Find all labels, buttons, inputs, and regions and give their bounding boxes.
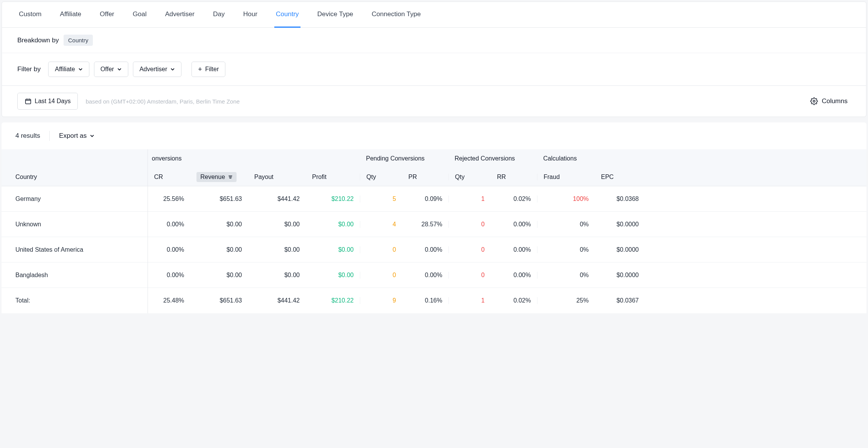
filter-dropdown-affiliate[interactable]: Affiliate <box>48 62 89 77</box>
date-row: Last 14 Days based on (GMT+02:00) Amster… <box>2 86 866 117</box>
breakdown-chip[interactable]: Country <box>64 35 93 46</box>
table-row: 0.00%$0.00$0.00$0.00428.57%00.00%0%$0.00… <box>148 212 866 237</box>
add-filter-button[interactable]: + Filter <box>191 62 225 77</box>
columns-label: Columns <box>822 97 848 105</box>
calendar-icon <box>25 98 32 105</box>
filter-dropdown-offer[interactable]: Offer <box>94 62 128 77</box>
svg-rect-0 <box>25 99 31 104</box>
tab-day[interactable]: Day <box>212 2 226 28</box>
group-header-pending: Pending Conversions <box>360 155 448 162</box>
data-table: Country GermanyUnknownUnited States of A… <box>2 149 866 313</box>
tab-advertiser[interactable]: Advertiser <box>163 2 196 28</box>
country-cell: United States of America <box>2 246 97 253</box>
add-filter-label: Filter <box>205 66 219 73</box>
filter-by-label: Filter by <box>17 65 40 73</box>
results-bar: 4 results Export as <box>2 122 866 149</box>
table-row: 0.00%$0.00$0.00$0.0000.00%00.00%0%$0.000… <box>148 237 866 262</box>
column-header-epc[interactable]: EPC <box>595 174 645 181</box>
divider <box>49 131 50 141</box>
table-row: Germany <box>2 186 148 212</box>
column-header-rr[interactable]: RR <box>491 174 537 181</box>
chevron-down-icon <box>170 67 175 72</box>
tab-connection-type[interactable]: Connection Type <box>370 2 422 28</box>
group-header-calc: Calculations <box>537 155 645 162</box>
total-label: Total: <box>2 297 44 304</box>
table-row: 0.00%$0.00$0.00$0.0000.00%00.00%0%$0.000… <box>148 262 866 288</box>
column-header-pending-qty[interactable]: Qty <box>360 174 402 181</box>
export-button[interactable]: Export as <box>59 132 94 140</box>
table-row: Unknown <box>2 212 148 237</box>
country-cell: Unknown <box>2 221 55 228</box>
date-range-label: Last 14 Days <box>35 98 71 105</box>
chevron-down-icon <box>117 67 122 72</box>
tab-affiliate[interactable]: Affiliate <box>59 2 83 28</box>
tab-offer[interactable]: Offer <box>98 2 116 28</box>
filter-dropdown-advertiser[interactable]: Advertiser <box>133 62 181 77</box>
fixed-column: Country GermanyUnknownUnited States of A… <box>2 149 148 313</box>
column-header-cr[interactable]: CR <box>148 174 190 181</box>
column-header-profit[interactable]: Profit <box>306 174 360 181</box>
scroll-columns: onversions Pending Conversions Rejected … <box>148 149 866 313</box>
table-row: 25.56%$651.63$441.42$210.2250.09%10.02%1… <box>148 186 866 212</box>
results-count: 4 results <box>15 132 40 140</box>
sort-desc-icon <box>228 175 233 179</box>
tab-device-type[interactable]: Device Type <box>316 2 355 28</box>
gear-icon <box>810 97 818 105</box>
date-range-button[interactable]: Last 14 Days <box>17 93 78 110</box>
chevron-down-icon <box>90 134 94 138</box>
tab-custom[interactable]: Custom <box>17 2 43 28</box>
chevron-down-icon <box>78 67 83 72</box>
svg-point-1 <box>813 100 815 102</box>
breakdown-row: Breakdown by Country <box>2 28 866 53</box>
tab-bar: CustomAffiliateOfferGoalAdvertiserDayHou… <box>2 2 866 28</box>
country-cell: Germany <box>2 196 55 202</box>
columns-button[interactable]: Columns <box>807 95 851 107</box>
tab-hour[interactable]: Hour <box>242 2 259 28</box>
export-label: Export as <box>59 132 87 140</box>
filter-row: Filter by AffiliateOfferAdvertiser + Fil… <box>2 53 866 86</box>
column-header-rejected-qty[interactable]: Qty <box>448 174 491 181</box>
group-header-rejected: Rejected Conversions <box>448 155 537 162</box>
results-panel: 4 results Export as Country GermanyUnkno… <box>2 122 866 313</box>
column-header-fraud[interactable]: Fraud <box>537 174 595 181</box>
table-row: United States of America <box>2 237 148 262</box>
breakdown-label: Breakdown by <box>17 37 59 44</box>
total-row: 25.48% $651.63 $441.42 $210.22 9 0.16% 1… <box>148 288 866 313</box>
column-header-payout[interactable]: Payout <box>248 174 306 181</box>
column-header-country[interactable]: Country <box>2 168 51 186</box>
timezone-note: based on (GMT+02:00) Amsterdam, Paris, B… <box>86 98 240 105</box>
plus-icon: + <box>198 66 202 73</box>
group-header-approved: onversions <box>148 155 360 162</box>
column-header-revenue[interactable]: Revenue <box>190 172 248 182</box>
tab-country[interactable]: Country <box>274 2 301 28</box>
table-row: Bangladesh <box>2 262 148 288</box>
country-cell: Bangladesh <box>2 272 62 279</box>
column-header-pr[interactable]: PR <box>402 174 448 181</box>
report-panel: CustomAffiliateOfferGoalAdvertiserDayHou… <box>2 2 866 117</box>
tab-goal[interactable]: Goal <box>131 2 148 28</box>
